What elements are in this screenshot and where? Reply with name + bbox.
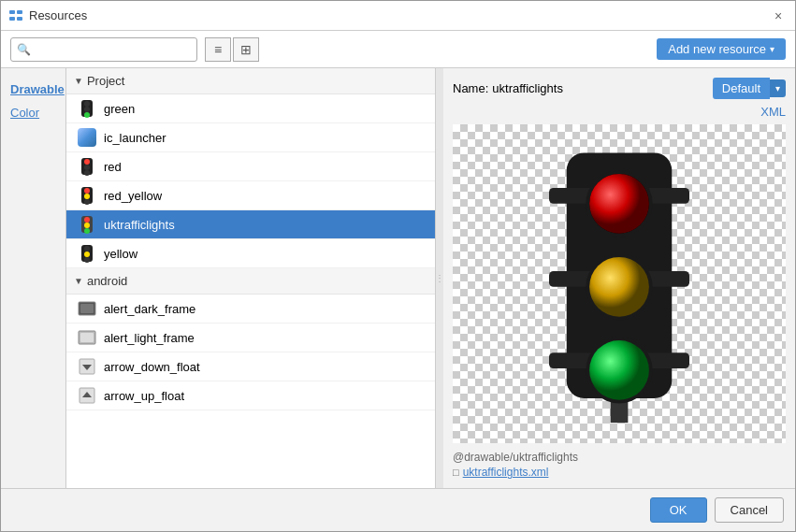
cancel-button[interactable]: Cancel	[715, 497, 784, 523]
section-header-android[interactable]: ▼ android	[66, 268, 435, 295]
preview-image-container	[453, 124, 786, 443]
view-toggle-group: ≡ ⊞	[205, 37, 259, 62]
resource-file: □ uktrafficlights.xml	[453, 466, 786, 479]
add-new-resource-button[interactable]: Add new resource ▾	[657, 38, 786, 60]
list-item-selected[interactable]: uktrafficlights	[66, 210, 435, 239]
svg-point-15	[84, 199, 90, 205]
add-button-label: Add new resource	[668, 42, 766, 56]
list-item[interactable]: green	[66, 94, 435, 123]
svg-point-39	[589, 173, 649, 233]
default-button[interactable]: Default	[713, 78, 770, 99]
svg-point-7	[84, 112, 90, 118]
preview-header-row: Name: uktrafficlights Default ▾	[453, 78, 786, 99]
alert-light-frame-icon	[78, 328, 96, 347]
traffic-light-all-icon	[78, 215, 96, 234]
list-view-button[interactable]: ≡	[205, 37, 231, 62]
arrow-up-float-icon	[78, 386, 96, 405]
resources-dialog: Resources × 🔍 ≡ ⊞ Add new resource ▾ Dra…	[0, 0, 796, 532]
section-header-project[interactable]: ▼ Project	[66, 68, 435, 94]
xml-link[interactable]: XML	[760, 105, 786, 119]
svg-point-23	[84, 257, 90, 263]
toolbar: 🔍 ≡ ⊞ Add new resource ▾	[1, 31, 795, 68]
list-item[interactable]: yellow	[66, 239, 435, 268]
resize-handle[interactable]: ⋮	[436, 68, 443, 488]
dialog-title: Resources	[29, 8, 763, 22]
list-item[interactable]: alert_light_frame	[66, 324, 435, 352]
name-label: Name:	[453, 81, 488, 95]
svg-rect-2	[9, 17, 15, 21]
chevron-down-icon: ▼	[74, 76, 83, 86]
item-name: red	[104, 160, 122, 174]
ok-button[interactable]: OK	[650, 497, 707, 523]
svg-rect-25	[80, 304, 94, 313]
item-name: yellow	[104, 247, 137, 261]
item-name: uktrafficlights	[104, 218, 175, 232]
list-item[interactable]: red_yellow	[66, 181, 435, 210]
resource-path: @drawable/uktrafficlights	[453, 451, 786, 464]
traffic-light-red-icon	[78, 157, 96, 176]
sidebar-item-color[interactable]: Color	[1, 101, 65, 124]
section-label-project: Project	[87, 74, 124, 88]
preview-panel: Name: uktrafficlights Default ▾ XML	[443, 68, 795, 488]
svg-point-18	[84, 223, 90, 228]
resources-icon	[8, 8, 23, 23]
title-bar: Resources ×	[1, 1, 795, 31]
svg-point-43	[589, 340, 649, 400]
svg-point-9	[84, 159, 90, 165]
item-name: ic_launcher	[104, 131, 166, 145]
item-name: alert_dark_frame	[104, 302, 195, 316]
resource-list-panel[interactable]: ▼ Project green ic_launcher	[66, 68, 436, 488]
ic-launcher-icon	[78, 128, 96, 147]
resource-name-value: uktrafficlights	[492, 81, 563, 95]
main-content: Drawable Color ▼ Project green	[1, 68, 795, 488]
svg-point-22	[84, 252, 90, 257]
add-dropdown-arrow: ▾	[770, 44, 774, 54]
close-button[interactable]: ×	[769, 7, 788, 25]
file-icon: □	[453, 467, 459, 478]
list-item[interactable]: alert_dark_frame	[66, 295, 435, 324]
svg-rect-27	[80, 333, 94, 342]
preview-footer: @drawable/uktrafficlights □ uktrafficlig…	[453, 451, 786, 479]
svg-point-17	[84, 217, 90, 223]
item-name: alert_light_frame	[104, 331, 195, 345]
svg-point-14	[84, 194, 90, 199]
item-name: arrow_up_float	[104, 389, 184, 403]
svg-rect-1	[17, 10, 22, 14]
list-item[interactable]: ic_launcher	[66, 123, 435, 152]
svg-point-41	[589, 256, 649, 316]
svg-point-5	[84, 101, 90, 107]
grid-view-button[interactable]: ⊞	[233, 37, 259, 62]
file-name[interactable]: uktrafficlights.xml	[463, 466, 549, 479]
search-box[interactable]: 🔍	[10, 37, 197, 62]
svg-point-13	[84, 188, 90, 194]
traffic-light-preview	[526, 144, 713, 424]
item-name: red_yellow	[104, 189, 162, 203]
svg-point-19	[84, 228, 90, 234]
sidebar-item-drawable[interactable]: Drawable	[1, 78, 65, 101]
item-name: green	[104, 102, 135, 116]
svg-point-10	[84, 165, 90, 170]
alert-dark-frame-icon	[78, 299, 96, 318]
traffic-light-green-icon	[78, 99, 96, 118]
svg-point-6	[84, 107, 90, 112]
list-item[interactable]: arrow_up_float	[66, 381, 435, 410]
search-icon: 🔍	[17, 43, 31, 56]
left-nav: Drawable Color	[1, 68, 66, 488]
bottom-bar: OK Cancel	[1, 488, 795, 531]
list-item[interactable]: red	[66, 152, 435, 181]
svg-rect-0	[9, 10, 15, 14]
item-name: arrow_down_float	[104, 360, 200, 374]
traffic-light-yellow-icon	[78, 244, 96, 263]
chevron-down-icon: ▼	[74, 276, 83, 286]
traffic-light-red-yellow-icon	[78, 186, 96, 205]
dialog-icon	[8, 8, 23, 23]
svg-rect-3	[17, 17, 22, 21]
svg-point-11	[84, 170, 90, 176]
default-dropdown-button[interactable]: ▾	[770, 79, 786, 97]
search-input[interactable]	[35, 42, 191, 56]
list-item[interactable]: arrow_down_float	[66, 352, 435, 381]
svg-point-21	[84, 246, 90, 252]
arrow-down-float-icon	[78, 357, 96, 376]
section-label-android: android	[87, 274, 127, 288]
